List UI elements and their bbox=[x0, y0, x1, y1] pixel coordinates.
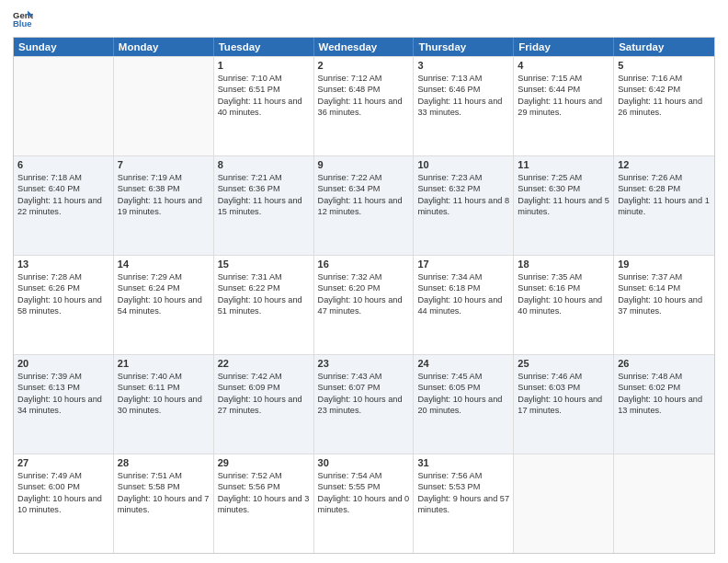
sunset-text: Sunset: 6:51 PM bbox=[218, 84, 310, 95]
sunrise-text: Sunrise: 7:32 AM bbox=[318, 271, 410, 282]
daylight-text: Daylight: 10 hours and 10 minutes. bbox=[17, 493, 109, 516]
daylight-text: Daylight: 10 hours and 0 minutes. bbox=[318, 493, 410, 516]
sunrise-text: Sunrise: 7:48 AM bbox=[618, 371, 711, 382]
calendar-row-1: 1Sunrise: 7:10 AMSunset: 6:51 PMDaylight… bbox=[14, 56, 714, 155]
daylight-text: Daylight: 10 hours and 44 minutes. bbox=[417, 294, 509, 317]
daylight-text: Daylight: 10 hours and 27 minutes. bbox=[218, 394, 310, 417]
day-cell-6: 6Sunrise: 7:18 AMSunset: 6:40 PMDaylight… bbox=[14, 156, 114, 255]
day-number: 25 bbox=[518, 358, 609, 369]
day-cell-23: 23Sunrise: 7:43 AMSunset: 6:07 PMDayligh… bbox=[314, 355, 415, 454]
day-number: 22 bbox=[218, 358, 310, 369]
daylight-text: Daylight: 10 hours and 23 minutes. bbox=[318, 394, 410, 417]
day-cell-8: 8Sunrise: 7:21 AMSunset: 6:36 PMDaylight… bbox=[214, 156, 314, 255]
day-number: 7 bbox=[118, 159, 210, 170]
day-cell-3: 3Sunrise: 7:13 AMSunset: 6:46 PMDaylight… bbox=[414, 57, 514, 155]
sunset-text: Sunset: 6:24 PM bbox=[118, 282, 210, 293]
daylight-text: Daylight: 11 hours and 1 minute. bbox=[618, 195, 711, 218]
day-cell-1: 1Sunrise: 7:10 AMSunset: 6:51 PMDaylight… bbox=[214, 57, 314, 155]
day-number: 6 bbox=[17, 159, 109, 170]
daylight-text: Daylight: 11 hours and 29 minutes. bbox=[518, 96, 609, 119]
day-number: 5 bbox=[618, 60, 711, 71]
daylight-text: Daylight: 10 hours and 3 minutes. bbox=[218, 493, 310, 516]
sunset-text: Sunset: 6:28 PM bbox=[618, 183, 711, 194]
sunset-text: Sunset: 6:36 PM bbox=[218, 183, 310, 194]
day-cell-7: 7Sunrise: 7:19 AMSunset: 6:38 PMDaylight… bbox=[114, 156, 214, 255]
sunrise-text: Sunrise: 7:42 AM bbox=[218, 371, 310, 382]
day-cell-28: 28Sunrise: 7:51 AMSunset: 5:58 PMDayligh… bbox=[114, 454, 214, 553]
empty-cell bbox=[614, 454, 714, 553]
day-cell-19: 19Sunrise: 7:37 AMSunset: 6:14 PMDayligh… bbox=[614, 256, 714, 354]
day-number: 29 bbox=[218, 457, 310, 468]
sunset-text: Sunset: 6:46 PM bbox=[417, 84, 509, 95]
day-number: 23 bbox=[318, 358, 410, 369]
day-number: 15 bbox=[218, 259, 310, 270]
day-number: 31 bbox=[417, 457, 509, 468]
day-number: 18 bbox=[518, 259, 609, 270]
sunrise-text: Sunrise: 7:46 AM bbox=[518, 371, 609, 382]
empty-cell bbox=[514, 454, 614, 553]
sunset-text: Sunset: 6:26 PM bbox=[17, 282, 109, 293]
day-cell-22: 22Sunrise: 7:42 AMSunset: 6:09 PMDayligh… bbox=[214, 355, 314, 454]
sunset-text: Sunset: 6:34 PM bbox=[318, 183, 410, 194]
day-cell-11: 11Sunrise: 7:25 AMSunset: 6:30 PMDayligh… bbox=[514, 156, 614, 255]
sunrise-text: Sunrise: 7:28 AM bbox=[17, 271, 109, 282]
sunrise-text: Sunrise: 7:25 AM bbox=[518, 172, 609, 183]
daylight-text: Daylight: 11 hours and 40 minutes. bbox=[218, 96, 310, 119]
sunrise-text: Sunrise: 7:19 AM bbox=[118, 172, 210, 183]
day-number: 19 bbox=[618, 259, 711, 270]
day-number: 4 bbox=[518, 60, 609, 71]
calendar-header: SundayMondayTuesdayWednesdayThursdayFrid… bbox=[14, 38, 714, 56]
sunset-text: Sunset: 6:11 PM bbox=[118, 382, 210, 393]
daylight-text: Daylight: 10 hours and 7 minutes. bbox=[118, 493, 210, 516]
sunrise-text: Sunrise: 7:43 AM bbox=[318, 371, 410, 382]
calendar-row-4: 20Sunrise: 7:39 AMSunset: 6:13 PMDayligh… bbox=[14, 354, 714, 454]
daylight-text: Daylight: 10 hours and 47 minutes. bbox=[318, 294, 410, 317]
daylight-text: Daylight: 10 hours and 51 minutes. bbox=[218, 294, 310, 317]
day-cell-30: 30Sunrise: 7:54 AMSunset: 5:55 PMDayligh… bbox=[314, 454, 415, 553]
calendar: SundayMondayTuesdayWednesdayThursdayFrid… bbox=[13, 37, 715, 554]
daylight-text: Daylight: 11 hours and 8 minutes. bbox=[417, 195, 509, 218]
day-cell-26: 26Sunrise: 7:48 AMSunset: 6:02 PMDayligh… bbox=[614, 355, 714, 454]
day-cell-20: 20Sunrise: 7:39 AMSunset: 6:13 PMDayligh… bbox=[14, 355, 114, 454]
day-number: 26 bbox=[618, 358, 711, 369]
daylight-text: Daylight: 11 hours and 12 minutes. bbox=[318, 195, 410, 218]
sunset-text: Sunset: 6:44 PM bbox=[518, 84, 609, 95]
sunrise-text: Sunrise: 7:26 AM bbox=[618, 172, 711, 183]
daylight-text: Daylight: 10 hours and 34 minutes. bbox=[17, 394, 109, 417]
sunrise-text: Sunrise: 7:12 AM bbox=[318, 73, 410, 84]
daylight-text: Daylight: 10 hours and 20 minutes. bbox=[417, 394, 509, 417]
sunset-text: Sunset: 6:40 PM bbox=[17, 183, 109, 194]
day-number: 28 bbox=[118, 457, 210, 468]
day-number: 13 bbox=[17, 259, 109, 270]
sunrise-text: Sunrise: 7:21 AM bbox=[218, 172, 310, 183]
empty-cell bbox=[14, 57, 114, 155]
sunset-text: Sunset: 6:20 PM bbox=[318, 282, 410, 293]
sunset-text: Sunset: 6:07 PM bbox=[318, 382, 410, 393]
sunset-text: Sunset: 6:38 PM bbox=[118, 183, 210, 194]
sunset-text: Sunset: 6:09 PM bbox=[218, 382, 310, 393]
sunrise-text: Sunrise: 7:49 AM bbox=[17, 470, 109, 481]
sunrise-text: Sunrise: 7:23 AM bbox=[417, 172, 509, 183]
daylight-text: Daylight: 11 hours and 36 minutes. bbox=[318, 96, 410, 119]
sunrise-text: Sunrise: 7:15 AM bbox=[518, 73, 609, 84]
day-cell-15: 15Sunrise: 7:31 AMSunset: 6:22 PMDayligh… bbox=[214, 256, 314, 354]
empty-cell bbox=[114, 57, 214, 155]
day-number: 9 bbox=[318, 159, 410, 170]
day-cell-24: 24Sunrise: 7:45 AMSunset: 6:05 PMDayligh… bbox=[414, 355, 514, 454]
sunrise-text: Sunrise: 7:10 AM bbox=[218, 73, 310, 84]
day-cell-2: 2Sunrise: 7:12 AMSunset: 6:48 PMDaylight… bbox=[314, 57, 415, 155]
day-cell-5: 5Sunrise: 7:16 AMSunset: 6:42 PMDaylight… bbox=[614, 57, 714, 155]
day-cell-17: 17Sunrise: 7:34 AMSunset: 6:18 PMDayligh… bbox=[414, 256, 514, 354]
day-number: 20 bbox=[17, 358, 109, 369]
logo-icon: General Blue bbox=[13, 9, 33, 29]
sunset-text: Sunset: 5:55 PM bbox=[318, 481, 410, 492]
daylight-text: Daylight: 11 hours and 22 minutes. bbox=[17, 195, 109, 218]
sunrise-text: Sunrise: 7:29 AM bbox=[118, 271, 210, 282]
day-cell-29: 29Sunrise: 7:52 AMSunset: 5:56 PMDayligh… bbox=[214, 454, 314, 553]
day-number: 14 bbox=[118, 259, 210, 270]
day-cell-12: 12Sunrise: 7:26 AMSunset: 6:28 PMDayligh… bbox=[614, 156, 714, 255]
sunrise-text: Sunrise: 7:37 AM bbox=[618, 271, 711, 282]
sunrise-text: Sunrise: 7:16 AM bbox=[618, 73, 711, 84]
sunset-text: Sunset: 6:13 PM bbox=[17, 382, 109, 393]
sunset-text: Sunset: 5:53 PM bbox=[417, 481, 509, 492]
